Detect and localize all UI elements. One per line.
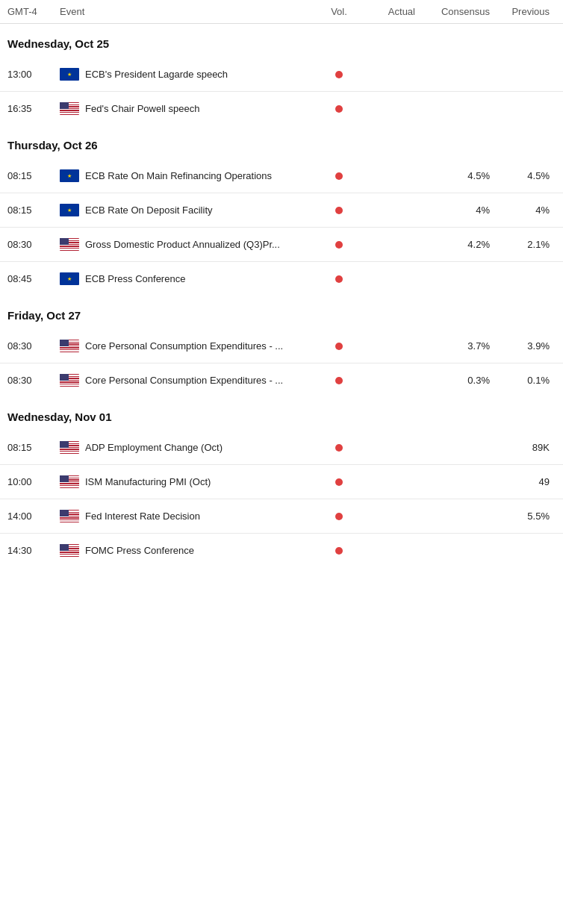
col-actual: Actual	[361, 6, 421, 17]
us-flag-icon	[60, 544, 79, 557]
event-name: ECB's President Lagarde speech	[85, 69, 228, 80]
event-time: 08:30	[7, 239, 60, 250]
section-title-1: Thursday, Oct 26	[0, 125, 563, 159]
event-consensus: 4%	[421, 205, 496, 216]
table-row: 13:00ECB's President Lagarde speech	[0, 57, 563, 92]
event-previous: 4%	[496, 205, 556, 216]
table-row: 08:30Core Personal Consumption Expenditu…	[0, 363, 563, 397]
event-time: 13:00	[7, 69, 60, 80]
event-name: Gross Domestic Product Annualized (Q3)Pr…	[85, 239, 280, 250]
event-time: 16:35	[7, 103, 60, 114]
event-previous: 89K	[496, 442, 556, 453]
event-vol	[317, 241, 361, 249]
event-vol	[317, 444, 361, 452]
event-vol	[317, 172, 361, 180]
calendar-body: Wednesday, Oct 2513:00ECB's President La…	[0, 24, 563, 567]
eu-flag-icon	[60, 204, 79, 216]
section-0: Wednesday, Oct 2513:00ECB's President La…	[0, 24, 563, 125]
us-flag-icon	[60, 510, 79, 522]
volatility-dot	[335, 343, 343, 350]
table-row: 08:30Core Personal Consumption Expenditu…	[0, 329, 563, 363]
volatility-dot	[335, 71, 343, 78]
event-vol	[317, 105, 361, 113]
eu-flag-icon	[60, 169, 79, 182]
col-previous: Previous	[496, 6, 556, 17]
event-previous: 49	[496, 476, 556, 487]
volatility-dot	[335, 105, 343, 113]
volatility-dot	[335, 172, 343, 180]
col-vol: Vol.	[317, 6, 361, 17]
event-flag-name: ISM Manufacturing PMI (Oct)	[60, 475, 317, 488]
event-time: 08:30	[7, 340, 60, 352]
table-row: 08:15ADP Employment Change (Oct)89K	[0, 431, 563, 465]
event-previous: 5.5%	[496, 511, 556, 522]
section-1: Thursday, Oct 2608:15ECB Rate On Main Re…	[0, 125, 563, 296]
event-time: 10:00	[7, 476, 60, 487]
us-flag-icon	[60, 374, 79, 387]
event-previous: 3.9%	[496, 340, 556, 352]
event-previous: 4.5%	[496, 170, 556, 181]
volatility-dot	[335, 275, 343, 283]
event-name: ECB Rate On Deposit Facility	[85, 205, 213, 216]
eu-flag-icon	[60, 272, 79, 285]
us-flag-icon	[60, 441, 79, 454]
event-name: ECB Press Conference	[85, 273, 185, 284]
volatility-dot	[335, 547, 343, 555]
event-time: 14:00	[7, 511, 60, 522]
volatility-dot	[335, 241, 343, 249]
col-timezone: GMT-4	[7, 6, 60, 17]
event-time: 08:15	[7, 442, 60, 453]
event-vol	[317, 547, 361, 555]
event-flag-name: Fed's Chair Powell speech	[60, 102, 317, 115]
event-consensus: 4.2%	[421, 239, 496, 250]
event-vol	[317, 207, 361, 214]
event-consensus: 4.5%	[421, 170, 496, 181]
volatility-dot	[335, 444, 343, 452]
event-consensus: 3.7%	[421, 340, 496, 352]
event-flag-name: ADP Employment Change (Oct)	[60, 441, 317, 454]
header-row: GMT-4 Event Vol. Actual Consensus Previo…	[0, 0, 563, 24]
us-flag-icon	[60, 102, 79, 115]
section-title-0: Wednesday, Oct 25	[0, 24, 563, 57]
event-previous: 0.1%	[496, 375, 556, 386]
event-time: 08:45	[7, 273, 60, 284]
event-time: 14:30	[7, 545, 60, 556]
event-vol	[317, 71, 361, 78]
volatility-dot	[335, 377, 343, 384]
volatility-dot	[335, 207, 343, 214]
event-name: ECB Rate On Main Refinancing Operations	[85, 170, 272, 181]
event-vol	[317, 377, 361, 384]
table-row: 10:00ISM Manufacturing PMI (Oct)49	[0, 465, 563, 499]
volatility-dot	[335, 513, 343, 520]
event-flag-name: Core Personal Consumption Expenditures -…	[60, 374, 317, 387]
table-row: 08:15ECB Rate On Main Refinancing Operat…	[0, 159, 563, 193]
event-flag-name: ECB Press Conference	[60, 272, 317, 285]
event-name: Fed's Chair Powell speech	[85, 103, 200, 114]
section-title-2: Friday, Oct 27	[0, 296, 563, 329]
event-name: FOMC Press Conference	[85, 545, 194, 556]
event-name: Fed Interest Rate Decision	[85, 511, 200, 522]
table-row: 14:30FOMC Press Conference	[0, 534, 563, 567]
table-row: 16:35Fed's Chair Powell speech	[0, 92, 563, 125]
event-flag-name: Fed Interest Rate Decision	[60, 510, 317, 522]
event-flag-name: ECB Rate On Main Refinancing Operations	[60, 169, 317, 182]
event-time: 08:15	[7, 170, 60, 181]
us-flag-icon	[60, 238, 79, 251]
event-name: ISM Manufacturing PMI (Oct)	[85, 476, 211, 487]
event-time: 08:15	[7, 205, 60, 216]
event-name: ADP Employment Change (Oct)	[85, 442, 223, 453]
event-consensus: 0.3%	[421, 375, 496, 386]
eu-flag-icon	[60, 68, 79, 81]
event-time: 08:30	[7, 375, 60, 386]
event-flag-name: ECB Rate On Deposit Facility	[60, 204, 317, 216]
event-flag-name: Gross Domestic Product Annualized (Q3)Pr…	[60, 238, 317, 251]
volatility-dot	[335, 478, 343, 486]
col-event: Event	[60, 6, 317, 17]
event-previous: 2.1%	[496, 239, 556, 250]
col-consensus: Consensus	[421, 6, 496, 17]
section-title-3: Wednesday, Nov 01	[0, 397, 563, 431]
table-row: 08:30Gross Domestic Product Annualized (…	[0, 228, 563, 262]
event-name: Core Personal Consumption Expenditures -…	[85, 375, 283, 386]
event-vol	[317, 343, 361, 350]
event-flag-name: FOMC Press Conference	[60, 544, 317, 557]
